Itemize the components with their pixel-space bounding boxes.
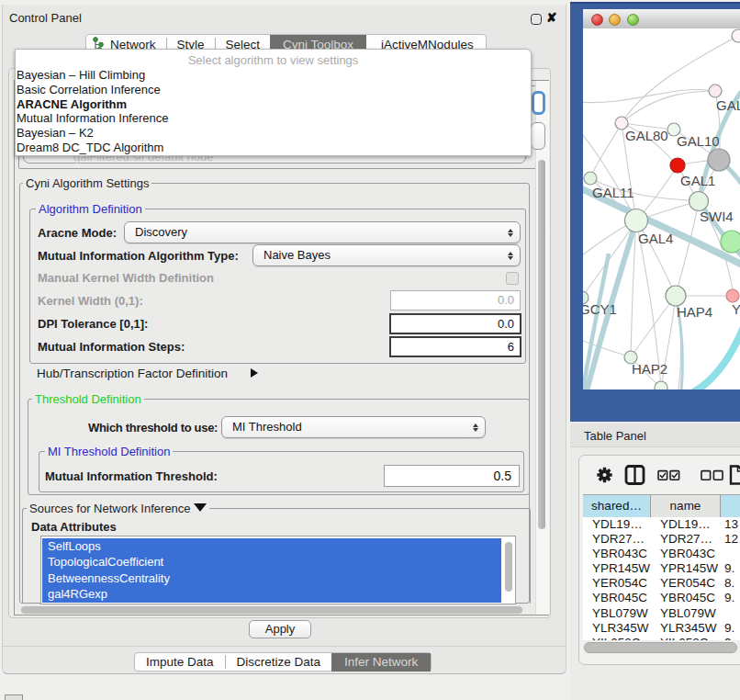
svg-text:GCY1: GCY1 bbox=[583, 301, 617, 317]
svg-text:YJ: YJ bbox=[732, 301, 740, 317]
svg-text:HAP4: HAP4 bbox=[677, 304, 712, 320]
svg-text:SWI4: SWI4 bbox=[700, 209, 734, 224]
svg-text:GAL4: GAL4 bbox=[638, 231, 673, 246]
svg-text:GAL10: GAL10 bbox=[677, 133, 720, 149]
svg-text:GAL11: GAL11 bbox=[592, 185, 634, 200]
svg-text:GAL2: GAL2 bbox=[716, 97, 740, 113]
svg-text:GAL1: GAL1 bbox=[680, 173, 715, 188]
svg-text:HAP2: HAP2 bbox=[632, 361, 667, 377]
svg-text:GAL80: GAL80 bbox=[625, 128, 668, 143]
